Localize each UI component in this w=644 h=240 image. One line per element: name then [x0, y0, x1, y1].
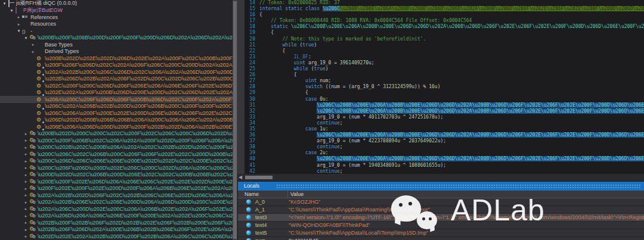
editor-scrollbar-thumb[interactable]: [245, 176, 273, 179]
tree-item-method[interactable]: ⚙\u206C\u206A\u200F\u200E\u202E\u200D\u2…: [0, 110, 233, 117]
expand-arrow-icon[interactable]: ▸: [23, 144, 29, 151]
tree-item-class[interactable]: ▸⚙⚙\u202A\u202B\u202D\u206F\u202C\u202B\…: [0, 192, 233, 199]
tree-item-class[interactable]: ▸⚙⚙\u200C\u206C\u202C\u206B\u200C\u206F\…: [0, 151, 233, 158]
tree-item-class[interactable]: ▸⚙⚙\u200D\u202D\u202C\u206B\u200D\u206E\…: [0, 172, 233, 179]
expand-arrow-icon[interactable]: ▸: [23, 213, 29, 219]
tree-item-namespace[interactable]: ▾{ }-: [0, 27, 233, 35]
tree-item-method[interactable]: ⚙\u206C\u202A\u206B\u202B\u200D\u200F\u2…: [0, 103, 233, 110]
locals-row[interactable]: text3"<?xml version=\"1.0\" encoding=\"U…: [238, 214, 644, 222]
code-line[interactable]: static \u206C\u200B\u200E\u206A\u200B\u2…: [259, 24, 644, 30]
locals-row[interactable]: A_1"C:\\Users\\ThinkPad\\AppData\\Roamin…: [238, 206, 644, 214]
locals-title-bar[interactable]: Locals: [238, 182, 644, 191]
code-line[interactable]: // Token: 0x06000440 RID: 1088 RVA: 0x00…: [259, 18, 644, 24]
tree-item-module[interactable]: ▾P席je洋ButEGW: [0, 7, 233, 14]
expand-arrow-icon[interactable]: ▸: [23, 130, 29, 137]
tree-item-method[interactable]: ⚙\u202A\u202B\u200C\u206C\u206D\u202C\u2…: [0, 68, 233, 76]
code-line[interactable]: {: [259, 72, 644, 78]
scroll-left-arrow-icon[interactable]: ◀: [239, 175, 242, 180]
tree-item-resources[interactable]: ▸Resources: [0, 21, 233, 28]
locals-row[interactable]: text5"C:\\Users\\ThinkPad\\AppData\\Loca…: [238, 229, 644, 237]
column-header-value[interactable]: Value: [288, 191, 304, 198]
expand-arrow-icon[interactable]: ▸: [23, 178, 29, 185]
expand-arrow-icon[interactable]: ▸: [23, 192, 29, 198]
code-line[interactable]: continue;: [259, 120, 644, 126]
tree-item-references[interactable]: ▸References: [0, 14, 233, 21]
code-line[interactable]: \u206C\u200B\u200E\u206A\u200B\u200E\u20…: [259, 132, 644, 138]
expand-arrow-icon[interactable]: ▸: [30, 41, 36, 48]
tree-item-class[interactable]: ▸⚙⚙\u200F\u202E\u200F\u202E\u200D\u200F\…: [0, 185, 233, 192]
tree-item-class[interactable]: ▸⚙⚙\u202A\u206C\u200D\u202E\u200C\u206A\…: [0, 205, 233, 213]
tree-scrollbar-thumb[interactable]: [233, 1, 237, 239]
tree-item-class[interactable]: ▸⚙⚙\u200E\u200F\u202E\u206D\u206A\u206E\…: [0, 178, 233, 185]
expand-arrow-icon[interactable]: ▸: [23, 151, 29, 157]
tree-item-method[interactable]: ⚙\u206E\u206A\u206D\u200D\u200F\u200F\u2…: [0, 123, 233, 130]
collapse-arrow-icon[interactable]: ▾: [23, 35, 29, 41]
tree-item-class[interactable]: ▸⚙⚙\u200C\u206D\u206C\u206E\u206E\u200E\…: [0, 158, 233, 165]
tree-item-method[interactable]: ⚙\u206A\u200C\u206F\u206D\u206F\u200B\u2…: [0, 96, 233, 103]
code-line[interactable]: arg_19_0 = (num * 4223788894u ^ 20376490…: [259, 138, 644, 144]
code-editor[interactable]: 1415161718192021222324252627282930313233…: [237, 0, 644, 174]
editor-horizontal-scrollbar[interactable]: ◀: [237, 174, 644, 181]
tree-item-class[interactable]: ▸⚙⚙\u200B\u202D\u200C\u200C\u202C\u200F\…: [0, 130, 233, 138]
tree-item-class[interactable]: ▸⚙⚙\u202B\u200F\u202B\u206F\u202D\u202B\…: [0, 219, 233, 226]
expand-arrow-icon[interactable]: ▸: [23, 137, 29, 144]
code-line[interactable]: while (true): [259, 66, 644, 72]
code-line[interactable]: arg_19_0 = (num * 1940348691u ^ 10886016…: [259, 163, 644, 169]
tree-item-class[interactable]: ▾⚙⚙\u200B\u200F\u206B\u200D\u200F\u200F\…: [0, 35, 233, 42]
code-line[interactable]: while (true): [259, 42, 644, 48]
collapse-arrow-icon[interactable]: ▾: [8, 7, 15, 14]
code-line[interactable]: switch ((num = (arg_19_0 ^ 3123124599u))…: [259, 84, 644, 90]
code-line[interactable]: // Token: 0x02000025 RID: 37: [259, 0, 644, 6]
expand-arrow-icon[interactable]: ▸: [23, 185, 29, 192]
expand-arrow-icon[interactable]: ▸: [16, 14, 22, 20]
expand-arrow-icon[interactable]: ▸: [23, 199, 29, 205]
code-line[interactable]: {: [259, 48, 644, 54]
code-line[interactable]: arg_19_0 = (num * 4011702703u ^ 24725167…: [259, 114, 644, 120]
tree-item-method[interactable]: ⚙\u200F\u206F\u206D\u202C\u202A\u206F\u2…: [0, 62, 233, 69]
tree-item-class[interactable]: ▸⚙⚙\u200C\u200F\u206B\u202C\u206A\u202A\…: [0, 137, 233, 144]
expand-arrow-icon[interactable]: ▸: [23, 233, 29, 239]
locals-column-headers[interactable]: Name Value: [238, 191, 644, 198]
expand-arrow-icon[interactable]: ▸: [30, 48, 36, 55]
locals-row[interactable]: A_0"KcSOZJHG": [238, 198, 644, 206]
code-line[interactable]: \u206C\u200B\u200E\u206A\u200B\u200E\u20…: [259, 156, 644, 162]
tree-item-class[interactable]: ▸⚙⚙\u202D\u202E\u202A\u202B\u200D\u200F\…: [0, 233, 233, 240]
expand-arrow-icon[interactable]: ▸: [23, 164, 29, 171]
code-line[interactable]: case 0u:: [259, 96, 644, 102]
tree-item-class[interactable]: ▸⚙⚙\u202B\u206F\u206D\u202A\u200E\u206B\…: [0, 226, 233, 233]
code-line[interactable]: \u206C\u200B\u200E\u206A\u200B\u200E\u20…: [259, 102, 644, 108]
tree-item-class[interactable]: ▸⚙⚙\u202A\u206D\u206A\u206C\u206E\u200F\…: [0, 213, 233, 220]
tree-item-assembly[interactable]: ▾js顽RFH顽 diQC (0.0.0.0): [0, 0, 233, 7]
column-header-name[interactable]: Name: [238, 191, 288, 198]
assembly-explorer-tree[interactable]: ▾js顽RFH顽 diQC (0.0.0.0)▾P席je洋ButEGW▸Refe…: [0, 0, 233, 240]
code-line[interactable]: continue;: [259, 144, 644, 150]
tree-item-base-types[interactable]: ▸Base Types: [0, 41, 233, 48]
code-line[interactable]: IL_0F:: [259, 54, 644, 60]
code-line[interactable]: internal static class \u206C\u200B\u200E…: [259, 6, 644, 12]
code-line[interactable]: // Note: this type is marked as 'beforef…: [259, 36, 644, 42]
expand-arrow-icon[interactable]: ▸: [23, 219, 29, 226]
code-line[interactable]: continue;: [259, 169, 644, 174]
locals-row[interactable]: num0x42211B4F: [238, 237, 644, 240]
locals-row[interactable]: text4"WIN-QOHDG9FA0BF\\ThinkPad": [238, 222, 644, 229]
expand-arrow-icon[interactable]: ▸: [23, 172, 29, 178]
expand-arrow-icon[interactable]: ▸: [23, 205, 29, 212]
collapse-arrow-icon[interactable]: ▾: [1, 0, 8, 7]
tree-vertical-scrollbar[interactable]: [233, 0, 237, 240]
tree-item-method[interactable]: ⚙\u200B\u202D\u202E\u202D\u206D\u202E\u2…: [0, 55, 233, 62]
tree-item-method[interactable]: ⚙\u202C\u200F\u200C\u206D\u206F\u206E\u2…: [0, 82, 233, 89]
tree-item-method[interactable]: ⚙\u202E\u202A\u200F\u200B\u206D\u200E\u2…: [0, 89, 233, 96]
code-line[interactable]: {: [259, 12, 644, 18]
tree-item-derived-types[interactable]: ▸Derived Types: [0, 48, 233, 55]
tree-item-class[interactable]: ▸⚙⚙\u202A\u202B\u206E\u202C\u206E\u200D\…: [0, 199, 233, 206]
tree-item-method[interactable]: ⚙\u206D\u202D\u200B\u206B\u206B\u206A\u2…: [0, 117, 233, 124]
expand-arrow-icon[interactable]: ▸: [16, 21, 22, 27]
expand-arrow-icon[interactable]: ▸: [23, 158, 29, 164]
code-line[interactable]: case 1u:: [259, 126, 644, 132]
code-line[interactable]: {: [259, 90, 644, 96]
code-line[interactable]: uint num;: [259, 78, 644, 84]
code-line[interactable]: \u206C\u200B\u200E\u206A\u200B\u200E\u20…: [259, 108, 644, 114]
expand-arrow-icon[interactable]: ▸: [23, 226, 29, 233]
code-line[interactable]: {: [259, 30, 644, 36]
code-line[interactable]: case 2u:: [259, 150, 644, 156]
